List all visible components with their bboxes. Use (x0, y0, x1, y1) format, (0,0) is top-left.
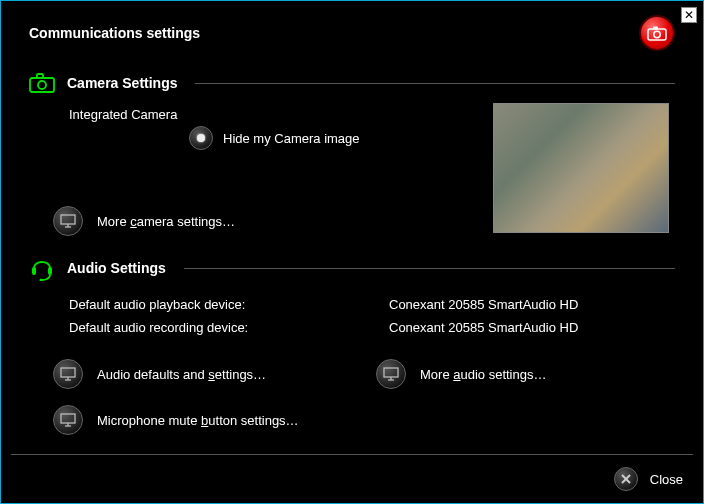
camera-icon (647, 26, 667, 41)
monitor-icon (60, 413, 76, 427)
hide-camera-label: Hide my Camera image (223, 131, 360, 146)
divider (195, 83, 675, 84)
monitor-icon (60, 367, 76, 381)
more-camera-settings-label: More camera settings… (97, 214, 235, 229)
svg-rect-12 (61, 368, 75, 377)
svg-point-1 (654, 31, 660, 37)
svg-rect-5 (37, 74, 43, 78)
svg-point-4 (38, 81, 46, 89)
monitor-icon (60, 214, 76, 228)
svg-rect-6 (61, 215, 75, 224)
mic-mute-settings-link[interactable]: Microphone mute button settings… (53, 405, 352, 435)
svg-rect-15 (61, 414, 75, 423)
monitor-icon (383, 367, 399, 381)
more-camera-settings-link[interactable]: More camera settings… (53, 206, 493, 236)
svg-point-11 (40, 279, 43, 282)
camera-record-button[interactable] (639, 15, 675, 51)
divider (11, 454, 693, 455)
mic-mute-label: Microphone mute button settings… (97, 413, 299, 428)
recording-label: Default audio recording device: (69, 320, 389, 335)
window-close-button[interactable]: ✕ (681, 7, 697, 23)
camera-device-name: Integrated Camera (69, 107, 493, 122)
divider (184, 268, 675, 269)
playback-value: Conexant 20585 SmartAudio HD (389, 297, 675, 312)
headset-icon (30, 255, 54, 281)
svg-rect-2 (653, 26, 658, 29)
audio-heading: Audio Settings (67, 260, 166, 276)
svg-rect-9 (32, 267, 36, 275)
close-button[interactable]: Close (614, 467, 683, 491)
svg-rect-3 (30, 78, 54, 92)
camera-section-icon (29, 73, 55, 93)
hide-camera-radio[interactable] (189, 126, 213, 150)
recording-value: Conexant 20585 SmartAudio HD (389, 320, 675, 335)
audio-defaults-link[interactable]: Audio defaults and settings… (53, 359, 352, 389)
svg-rect-18 (384, 368, 398, 377)
audio-defaults-label: Audio defaults and settings… (97, 367, 266, 382)
svg-rect-10 (48, 267, 52, 275)
close-icon (620, 473, 632, 485)
playback-label: Default audio playback device: (69, 297, 389, 312)
camera-heading: Camera Settings (67, 75, 177, 91)
page-title: Communications settings (29, 25, 200, 41)
close-label: Close (650, 472, 683, 487)
more-audio-label: More audio settings… (420, 367, 546, 382)
camera-preview (493, 103, 669, 233)
more-audio-settings-link[interactable]: More audio settings… (376, 359, 675, 389)
